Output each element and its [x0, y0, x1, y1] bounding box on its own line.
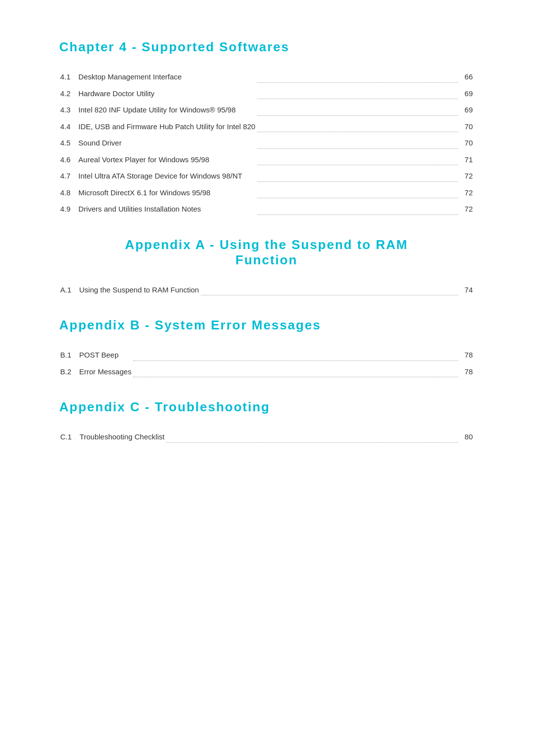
- entry-page: 69: [459, 102, 474, 118]
- entry-dots: [132, 363, 459, 380]
- entry-dots: [256, 151, 459, 168]
- entry-number: 4.5: [59, 135, 77, 151]
- entry-dots: [256, 135, 459, 151]
- entry-number: 4.6: [59, 151, 77, 168]
- entry-dots: [256, 102, 459, 118]
- entry-label: Troubleshooting Checklist: [78, 429, 165, 445]
- entry-label: POST Beep: [78, 347, 133, 363]
- entry-number: C.1: [59, 429, 78, 445]
- appendixa-section: Appendix A - Using the Suspend to RAMFun…: [59, 237, 474, 298]
- table-row: 4.1 Desktop Management Interface 66: [59, 69, 474, 85]
- appendixc-toc: C.1 Troubleshooting Checklist 80: [59, 429, 474, 445]
- table-row: 4.4 IDE, USB and Firmware Hub Patch Util…: [59, 118, 474, 135]
- entry-dots: [256, 85, 459, 102]
- table-row: 4.3 Intel 820 INF Update Utility for Win…: [59, 102, 474, 118]
- entry-page: 72: [459, 201, 474, 217]
- table-row: B.2 Error Messages 78: [59, 363, 474, 380]
- entry-number: 4.2: [59, 85, 77, 102]
- entry-label: Intel 820 INF Update Utility for Windows…: [77, 102, 256, 118]
- entry-page: 72: [459, 168, 474, 184]
- entry-label: Using the Suspend to RAM Function: [78, 282, 200, 298]
- entry-dots: [256, 69, 459, 85]
- entry-page: 72: [459, 184, 474, 201]
- entry-label: Drivers and Utilities Installation Notes: [77, 201, 256, 217]
- table-row: 4.7 Intel Ultra ATA Storage Device for W…: [59, 168, 474, 184]
- table-row: 4.2 Hardware Doctor Utility 69: [59, 85, 474, 102]
- entry-page: 70: [459, 135, 474, 151]
- entry-page: 80: [459, 429, 474, 445]
- entry-number: 4.8: [59, 184, 77, 201]
- entry-dots: [256, 201, 459, 217]
- entry-number: B.1: [59, 347, 78, 363]
- chapter4-section: Chapter 4 - Supported Softwares 4.1 Desk…: [59, 39, 474, 217]
- entry-label: Aureal Vortex Player for Windows 95/98: [77, 151, 256, 168]
- entry-label: Microsoft DirectX 6.1 for Windows 95/98: [77, 184, 256, 201]
- entry-page: 78: [459, 347, 474, 363]
- entry-label: Sound Driver: [77, 135, 256, 151]
- appendixc-section: Appendix C - Troubleshooting C.1 Trouble…: [59, 399, 474, 445]
- entry-page: 78: [459, 363, 474, 380]
- entry-label: IDE, USB and Firmware Hub Patch Utility …: [77, 118, 256, 135]
- table-row: C.1 Troubleshooting Checklist 80: [59, 429, 474, 445]
- entry-label: Error Messages: [78, 363, 133, 380]
- appendixb-title: Appendix B - System Error Messages: [59, 318, 474, 333]
- appendixb-section: Appendix B - System Error Messages B.1 P…: [59, 318, 474, 380]
- entry-dots: [256, 168, 459, 184]
- chapter4-title: Chapter 4 - Supported Softwares: [59, 39, 474, 55]
- entry-number: 4.9: [59, 201, 77, 217]
- table-row: 4.8 Microsoft DirectX 6.1 for Windows 95…: [59, 184, 474, 201]
- entry-number: A.1: [59, 282, 78, 298]
- entry-number: 4.1: [59, 69, 77, 85]
- appendixa-toc: A.1 Using the Suspend to RAM Function 74: [59, 282, 474, 298]
- table-row: A.1 Using the Suspend to RAM Function 74: [59, 282, 474, 298]
- entry-page: 74: [459, 282, 474, 298]
- table-row: B.1 POST Beep 78: [59, 347, 474, 363]
- entry-dots: [200, 282, 459, 298]
- entry-label: Desktop Management Interface: [77, 69, 256, 85]
- entry-number: 4.7: [59, 168, 77, 184]
- entry-page: 66: [459, 69, 474, 85]
- chapter4-toc: 4.1 Desktop Management Interface 66 4.2 …: [59, 69, 474, 217]
- entry-page: 70: [459, 118, 474, 135]
- entry-number: 4.3: [59, 102, 77, 118]
- entry-label: Intel Ultra ATA Storage Device for Windo…: [77, 168, 256, 184]
- table-row: 4.6 Aureal Vortex Player for Windows 95/…: [59, 151, 474, 168]
- appendixc-title: Appendix C - Troubleshooting: [59, 399, 474, 415]
- entry-dots: [132, 347, 459, 363]
- entry-label: Hardware Doctor Utility: [77, 85, 256, 102]
- entry-dots: [256, 184, 459, 201]
- entry-number: B.2: [59, 363, 78, 380]
- entry-page: 69: [459, 85, 474, 102]
- appendixa-title: Appendix A - Using the Suspend to RAMFun…: [59, 237, 474, 268]
- entry-page: 71: [459, 151, 474, 168]
- entry-dots: [256, 118, 459, 135]
- table-row: 4.5 Sound Driver 70: [59, 135, 474, 151]
- entry-dots: [165, 429, 459, 445]
- appendixb-toc: B.1 POST Beep 78 B.2 Error Messages 78: [59, 347, 474, 380]
- entry-number: 4.4: [59, 118, 77, 135]
- table-row: 4.9 Drivers and Utilities Installation N…: [59, 201, 474, 217]
